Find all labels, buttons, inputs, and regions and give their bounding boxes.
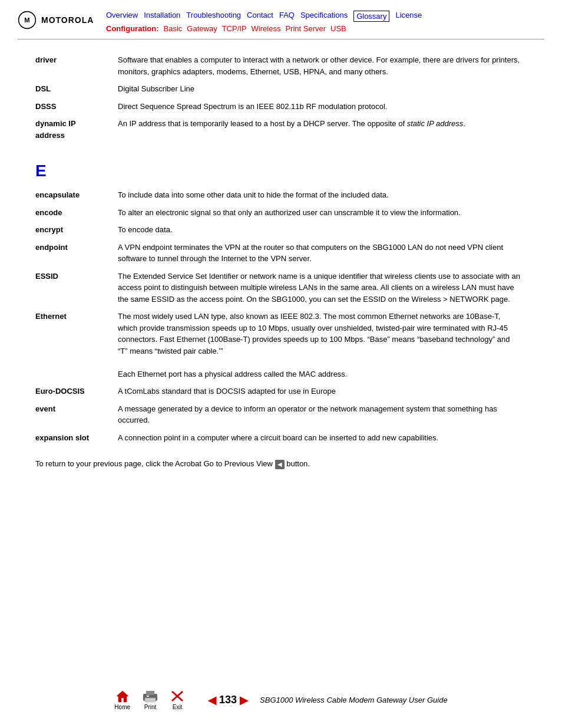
def-driver: Software that enables a computer to inte… [118, 51, 527, 80]
def-essid: The Extended Service Set Identifier or n… [118, 268, 527, 308]
term-dsss: DSSS [35, 98, 118, 116]
term-dsl: DSL [35, 80, 118, 98]
svg-marker-2 [117, 691, 128, 702]
def-encrypt: To encode data. [118, 221, 527, 239]
def-event: A message generated by a device to infor… [118, 400, 527, 429]
config-usb[interactable]: USB [330, 24, 346, 33]
motorola-logo-icon: M [18, 11, 37, 29]
motorola-wordmark: MOTOROLA [41, 15, 94, 25]
config-wireless[interactable]: Wireless [252, 24, 281, 33]
table-row: Euro-DOCSIS A tComLabs standard that is … [35, 383, 527, 400]
exit-icon [170, 690, 184, 703]
config-label: Configuration: [106, 24, 159, 33]
header: M MOTOROLA Overview Installation Trouble… [0, 0, 562, 33]
term-dynamic-ip: dynamic IPaddress [35, 115, 118, 144]
config-gateway[interactable]: Gateway [187, 24, 217, 33]
config-tcpip[interactable]: TCP/IP [222, 24, 247, 33]
table-row: DSL Digital Subscriber Line [35, 80, 527, 98]
term-essid: ESSID [35, 268, 118, 308]
print-icon [142, 690, 158, 703]
nav-faq[interactable]: FAQ [279, 11, 295, 22]
table-row: event A message generated by a device to… [35, 400, 527, 429]
term-expansion-slot: expansion slot [35, 429, 118, 447]
config-printserver[interactable]: Print Server [285, 24, 326, 33]
term-endpoint: endpoint [35, 239, 118, 268]
table-row: DSSS Direct Sequence Spread Spectrum is … [35, 98, 527, 116]
def-endpoint: A VPN endpoint terminates the VPN at the… [118, 239, 527, 268]
prev-page-arrow[interactable]: ◀ [208, 694, 216, 707]
def-encode: To alter an electronic signal so that on… [118, 204, 527, 222]
term-encode: encode [35, 204, 118, 222]
main-content: driver Software that enables a computer … [0, 39, 562, 482]
home-icon [115, 690, 130, 703]
exit-button[interactable]: Exit [170, 690, 184, 710]
table-row: Ethernet The most widely used LAN type, … [35, 308, 527, 383]
page-navigation: ◀ 133 ▶ [208, 694, 248, 707]
main-nav-row: Overview Installation Troubleshooting Co… [106, 11, 544, 22]
footer-icons: Home Print Exit [114, 690, 184, 710]
def-expansion-slot: A connection point in a computer where a… [118, 429, 527, 447]
print-label: Print [144, 704, 157, 710]
term-encrypt: encrypt [35, 221, 118, 239]
nav-overview[interactable]: Overview [106, 11, 138, 22]
page-footer: Home Print Exit ◀ 133 ▶ SBG1000 Wireless… [0, 690, 562, 710]
exit-label: Exit [173, 704, 183, 710]
home-button[interactable]: Home [114, 690, 130, 710]
nav-license[interactable]: License [395, 11, 422, 22]
nav-installation[interactable]: Installation [144, 11, 180, 22]
def-euro-docsis: A tComLabs standard that is DOCSIS adapt… [118, 383, 527, 400]
config-basic[interactable]: Basic [164, 24, 183, 33]
print-button[interactable]: Print [142, 690, 158, 710]
page-number: 133 [219, 694, 237, 706]
table-row: dynamic IPaddress An IP address that is … [35, 115, 527, 144]
table-row: expansion slot A connection point in a c… [35, 429, 527, 447]
table-row: encrypt To encode data. [35, 221, 527, 239]
nav-troubleshooting[interactable]: Troubleshooting [186, 11, 241, 22]
table-row: ESSID The Extended Service Set Identifie… [35, 268, 527, 308]
prev-view-icon: ◀ [275, 460, 285, 469]
book-title: SBG1000 Wireless Cable Modem Gateway Use… [260, 696, 448, 704]
svg-text:M: M [24, 17, 29, 24]
table-row: driver Software that enables a computer … [35, 51, 527, 80]
svg-rect-6 [147, 696, 149, 697]
nav-area: Overview Installation Troubleshooting Co… [106, 11, 544, 33]
term-event: event [35, 400, 118, 429]
table-row: encapsulate To include data into some ot… [35, 186, 527, 204]
nav-contact[interactable]: Contact [247, 11, 273, 22]
term-ethernet: Ethernet [35, 308, 118, 383]
term-driver: driver [35, 51, 118, 80]
def-ethernet: The most widely used LAN type, also know… [118, 308, 527, 383]
nav-glossary[interactable]: Glossary [353, 11, 389, 22]
svg-rect-4 [146, 691, 154, 695]
table-row: endpoint A VPN endpoint terminates the V… [35, 239, 527, 268]
home-label: Home [114, 704, 130, 710]
section-e-letter: E [35, 162, 527, 180]
def-dsss: Direct Sequence Spread Spectrum is an IE… [118, 98, 527, 116]
table-row: encode To alter an electronic signal so … [35, 204, 527, 222]
def-encapsulate: To include data into some other data uni… [118, 186, 527, 204]
term-encapsulate: encapsulate [35, 186, 118, 204]
config-nav-row: Configuration: Basic Gateway TCP/IP Wire… [106, 24, 544, 33]
def-dsl: Digital Subscriber Line [118, 80, 527, 98]
nav-specifications[interactable]: Specifications [300, 11, 348, 22]
svg-rect-5 [145, 698, 156, 702]
def-dynamic-ip: An IP address that is temporarily leased… [118, 115, 527, 144]
next-page-arrow[interactable]: ▶ [240, 694, 248, 707]
footer-note: To return to your previous page, click t… [35, 458, 527, 470]
glossary-table-e: encapsulate To include data into some ot… [35, 186, 527, 446]
term-euro-docsis: Euro-DOCSIS [35, 383, 118, 400]
glossary-table: driver Software that enables a computer … [35, 51, 527, 144]
logo-area: M MOTOROLA [18, 11, 94, 29]
